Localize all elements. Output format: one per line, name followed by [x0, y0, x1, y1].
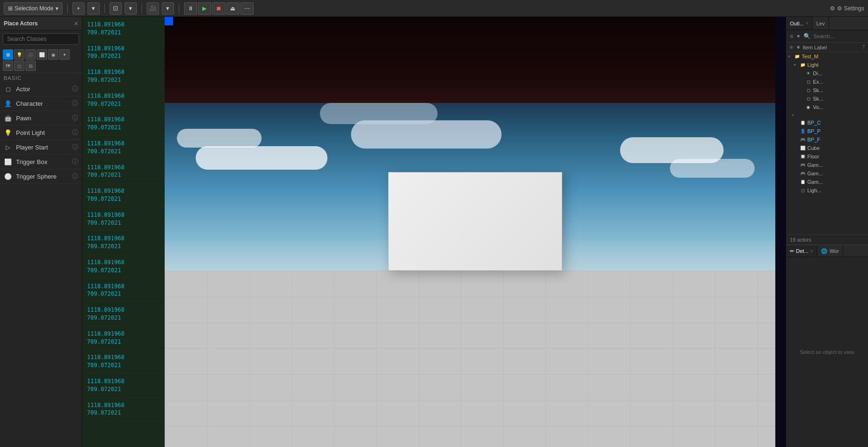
tree-item-bpf[interactable]: 🎮 BP_F [786, 135, 868, 144]
tree-item-bpc[interactable]: 📋 BP_C [786, 118, 868, 127]
tree-item-ex[interactable]: ◻ Ex... [786, 78, 868, 86]
playerstart-name: Player Start [16, 144, 48, 151]
viewport[interactable] [165, 17, 786, 447]
playerstart-info-icon[interactable]: ⓘ [72, 143, 78, 151]
pawn-tree-icon: 👤 [799, 128, 806, 134]
shapes-category-icon[interactable]: ⬜ [37, 49, 47, 60]
tree-item-gam1[interactable]: 🎮 Gam... [786, 161, 868, 169]
tree-label: Test_M [802, 54, 818, 59]
play-button[interactable]: ▶ [198, 2, 211, 15]
list-item[interactable]: 🤖 Pawn ⓘ [0, 111, 82, 125]
levels-tab-label: Lev [816, 21, 825, 26]
tree-item-sk1[interactable]: ◻ Sk... [786, 86, 868, 94]
tree-item-vo[interactable]: ◉ Vo... [786, 103, 868, 111]
settings-button[interactable]: ⚙ ⚙ Settings [830, 5, 864, 12]
list-item[interactable]: 👤 Character ⓘ [0, 96, 82, 111]
tree-expand-section[interactable]: ▾ [786, 111, 868, 118]
tab-details[interactable]: ✏ Det... × [786, 245, 817, 257]
lights-category-icon[interactable]: 💡 [14, 49, 24, 60]
list-item[interactable]: ▷ Player Start ⓘ [0, 140, 82, 155]
snap-button[interactable]: ⊡ [110, 2, 122, 15]
camera-category-icon[interactable]: 🎥 [25, 49, 36, 60]
search-classes-input[interactable] [3, 33, 79, 45]
triggerbox-info-icon[interactable]: ⓘ [72, 157, 78, 166]
nav-category-icon[interactable]: 🗺 [3, 61, 13, 71]
viewport-container[interactable] [165, 17, 786, 447]
tree-label: BP_F [807, 137, 820, 142]
add-dropdown-button[interactable]: ▾ [88, 2, 100, 15]
camera-button[interactable]: 🎥 [147, 2, 159, 15]
coord-entry: 1118.891968 709.072021 [82, 350, 165, 374]
eject-button[interactable]: ⏏ [226, 2, 239, 15]
add-actor-button[interactable]: + [72, 2, 85, 15]
list-item[interactable]: ◻ Actor ⓘ [0, 82, 82, 96]
triggersphere-name: Trigger Sphere [16, 173, 56, 180]
tree-label: Light [807, 62, 819, 68]
tab-outliner[interactable]: Outl... × [786, 17, 812, 30]
right-panel: Outl... × Lev ≡ ▾ 🔍 ▾ 👁 ★ Item Label T ▾ [786, 17, 868, 447]
tree-item-sk2[interactable]: ◻ Sk... [786, 94, 868, 103]
tree-label: BP_C [807, 120, 821, 125]
stop-button[interactable]: ⏹ [212, 2, 225, 15]
viewport-right-edge [775, 17, 786, 447]
light-icon: ☀ [805, 70, 812, 77]
top-toolbar: ⊞ Selection Mode ▾ + ▾ ⊡ ▾ 🎥 ▾ ⏸ ▶ ⏹ ⏏ ⋯… [0, 0, 868, 17]
coord-entry: 1118.891968 709.072021 [82, 255, 165, 279]
actor-info-icon[interactable]: ⓘ [72, 85, 78, 93]
more-play-button[interactable]: ⋯ [240, 2, 254, 15]
object-icon: ◻ [805, 95, 812, 102]
character-info-icon[interactable]: ⓘ [72, 99, 78, 108]
filter-dropdown-button[interactable]: ▾ [796, 32, 801, 40]
center-area: 1118.891968 709.072021 1118.891968 709.0… [82, 17, 786, 447]
extra-category-icon[interactable]: ◻ [14, 61, 24, 71]
tree-label: BP_P [807, 128, 820, 134]
volumes-category-icon[interactable]: ◉ [48, 49, 58, 60]
outliner-tree: ▾ 📁 Test_M ▾ 📁 Light ☀ Di... [786, 52, 868, 235]
tree-item-bpp[interactable]: 👤 BP_P [786, 127, 868, 135]
visibility-col-icon: 👁 [789, 45, 794, 50]
selection-mode-button[interactable]: ⊞ Selection Mode ▾ [4, 2, 63, 15]
pawn-info-icon[interactable]: ⓘ [72, 114, 78, 122]
tree-item-gam3[interactable]: 📋 Gam... [786, 178, 868, 186]
tab-world[interactable]: 🌐 Wor [817, 245, 843, 257]
tree-item-di[interactable]: ☀ Di... [786, 69, 868, 78]
details-tab-close[interactable]: × [810, 249, 813, 254]
list-item[interactable]: ⬜ Trigger Box ⓘ [0, 155, 82, 169]
tree-item-gam2[interactable]: 🎮 Gam... [786, 169, 868, 178]
favorite-col-icon: ★ [796, 44, 801, 50]
filter-button[interactable]: ≡ [789, 32, 794, 40]
camera-dropdown-button[interactable]: ▾ [162, 2, 174, 15]
tree-item-testm[interactable]: ▾ 📁 Test_M [786, 52, 868, 61]
search-button[interactable]: 🔍 [803, 32, 812, 40]
tree-item-cube[interactable]: ⬜ Cube [786, 144, 868, 152]
tree-label: Gam... [807, 162, 823, 168]
svg-rect-0 [165, 271, 786, 447]
extra2-category-icon[interactable]: ⊟ [25, 61, 36, 71]
lightcomp-icon: ◻ [799, 187, 806, 194]
snap-dropdown-button[interactable]: ▾ [125, 2, 137, 15]
tree-item-light[interactable]: ▾ 📁 Light [786, 61, 868, 69]
pointlight-name: Point Light [16, 129, 45, 136]
pointlight-info-icon[interactable]: ⓘ [72, 128, 78, 137]
outliner-tab-close[interactable]: × [805, 21, 808, 26]
expand-icon: ▾ [788, 54, 794, 59]
triggersphere-info-icon[interactable]: ⓘ [72, 172, 78, 180]
pawn-name: Pawn [16, 115, 32, 122]
visual-category-icon[interactable]: ✦ [59, 49, 70, 60]
list-item[interactable]: 💡 Point Light ⓘ [0, 125, 82, 140]
list-item[interactable]: ⚪ Trigger Sphere ⓘ [0, 169, 82, 184]
main-area: Place Actors × ⊞ 💡 🎥 ⬜ ◉ ✦ 🗺 ◻ ⊟ BASIC ◻… [0, 17, 868, 447]
tree-label: Sk... [813, 87, 823, 93]
gamemode-icon: 🎮 [799, 136, 806, 143]
tree-item-floor[interactable]: 🔲 Floor [786, 152, 868, 161]
basic-category-icon[interactable]: ⊞ [3, 49, 13, 60]
tree-item-ligh[interactable]: ◻ Ligh... [786, 186, 868, 195]
chevron-down-icon: ▾ [56, 5, 58, 12]
outliner-search-input[interactable] [813, 33, 868, 39]
outliner-column-headers: 👁 ★ Item Label T [786, 43, 868, 52]
coord-entry: 1118.891968 709.072021 [82, 374, 165, 398]
cloud-5 [351, 120, 502, 149]
panel-close-button[interactable]: × [74, 20, 78, 27]
pause-button[interactable]: ⏸ [184, 2, 197, 15]
tab-levels[interactable]: Lev [812, 17, 829, 30]
